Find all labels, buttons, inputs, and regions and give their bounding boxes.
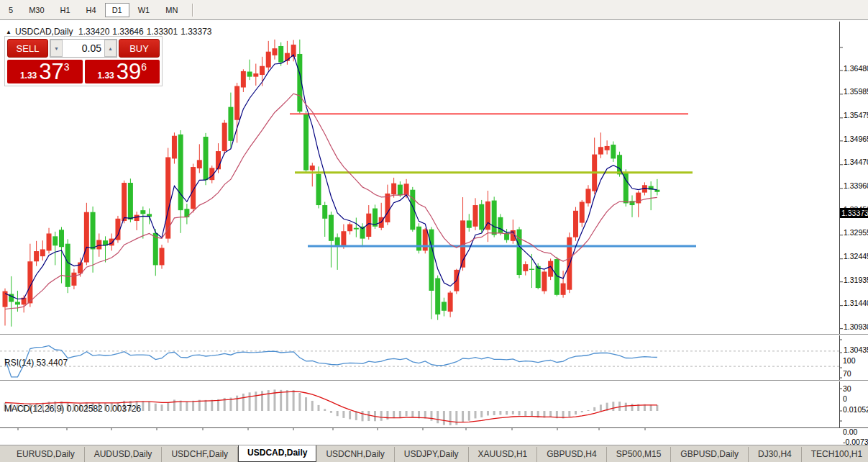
indicator-axis-label: 0.00 <box>843 427 857 436</box>
price-axis-label: 1.36480 <box>844 64 868 73</box>
price-axis-label: 1.33960 <box>844 181 868 190</box>
indicator-axis-label: 0 <box>843 394 847 403</box>
price-axis-label: 1.32955 <box>844 228 868 237</box>
sell-price-prefix: 1.33 <box>20 71 37 81</box>
symbol-tabbar: EURUSD,DailyAUDUSD,DailyUSDCHF,DailyUSDC… <box>0 445 868 462</box>
chart-tab-gbpusd[interactable]: GBPUSD,H4 <box>537 447 606 462</box>
ohlc-high: 1.33646 <box>112 27 143 37</box>
chart-tab-dj30[interactable]: DJ30,H4 <box>749 447 802 462</box>
sell-button[interactable]: SELL <box>7 39 48 58</box>
volume-decrease-button[interactable]: ▼ <box>50 40 63 57</box>
ohlc-low: 1.33301 <box>147 27 178 37</box>
buy-price-display[interactable]: 1.33 39 6 <box>85 60 160 83</box>
indicator-axis-label: 70 <box>843 369 851 378</box>
price-axis-label: 1.33450 <box>844 205 868 214</box>
price-axis-label: 1.35475 <box>844 111 868 119</box>
volume-increase-button[interactable]: ▲ <box>104 40 117 57</box>
chart-region: ▲USDCAD,Daily 1.334201.336461.333011.333… <box>0 21 868 445</box>
macd-label: MACD(12,26,9) 0.002582 0.003726 <box>4 404 141 414</box>
chart-tab-usdchf[interactable]: USDCHF,Daily <box>162 447 238 462</box>
chart-tab-tech100[interactable]: TECH100,H1 <box>802 447 868 462</box>
sell-price-sup: 3 <box>64 61 70 73</box>
timeframe-button-d1[interactable]: D1 <box>105 3 129 17</box>
buy-price-big: 39 <box>117 60 141 83</box>
volume-input[interactable] <box>63 40 104 57</box>
indicator-axis-label: 100 <box>843 356 856 365</box>
chart-tab-sp500[interactable]: SP500,M15 <box>607 447 672 462</box>
chart-tab-usdcnh[interactable]: USDCNH,Daily <box>316 447 394 462</box>
one-click-trade-panel: SELL ▼ ▲ BUY 1.33 37 3 1.33 39 6 <box>4 36 163 86</box>
price-axis-label: 1.30435 <box>844 345 868 354</box>
chart-tab-gbpusd[interactable]: GBPUSD,Daily <box>671 447 749 462</box>
price-axis-label: 1.34965 <box>844 135 868 143</box>
sell-price-display[interactable]: 1.33 37 3 <box>7 60 83 83</box>
timeframe-button-mn[interactable]: MN <box>158 3 185 17</box>
price-axis-label: 1.31935 <box>844 276 868 284</box>
price-axis-label: 1.31440 <box>844 299 868 307</box>
chart-tab-eurusd[interactable]: EURUSD,Daily <box>7 447 85 462</box>
chart-tab-xauusd[interactable]: XAUUSD,H1 <box>469 447 538 462</box>
trading-platform-window: 5M30H1H4D1W1MN ▲USDCAD,Daily 1.334201.33… <box>0 0 868 462</box>
timeframe-button-h1[interactable]: H1 <box>53 3 78 17</box>
rsi-label: RSI(14) 53.4407 <box>4 358 68 368</box>
price-axis-label: 1.32445 <box>844 252 868 261</box>
toolbar-separator <box>192 4 193 17</box>
buy-price-prefix: 1.33 <box>97 71 114 81</box>
timeframe-button-m30[interactable]: M30 <box>22 3 51 17</box>
indicator-axis-label: 30 <box>843 384 851 393</box>
chart-tab-usdjpy[interactable]: USDJPY,Daily <box>395 447 469 462</box>
chart-title: ▲USDCAD,Daily 1.334201.336461.333011.333… <box>6 27 215 37</box>
chart-tab-usdcad[interactable]: USDCAD,Daily <box>238 445 316 462</box>
up-triangle-icon: ▲ <box>6 29 12 35</box>
timeframe-button-h4[interactable]: H4 <box>79 3 104 17</box>
chart-symbol-label: USDCAD,Daily <box>15 27 73 37</box>
ohlc-open: 1.33420 <box>78 27 109 37</box>
timeframe-button-w1[interactable]: W1 <box>131 3 157 17</box>
chart-tab-audusd[interactable]: AUDUSD,Daily <box>85 447 163 462</box>
buy-button[interactable]: BUY <box>119 39 160 58</box>
price-axis-label: 1.30930 <box>844 322 868 331</box>
ohlc-close: 1.33373 <box>181 27 211 37</box>
buy-price-sup: 6 <box>141 61 147 73</box>
sell-price-big: 37 <box>39 60 63 83</box>
volume-spinner: ▼ ▲ <box>50 39 117 58</box>
price-axis-label: 1.34470 <box>844 158 868 166</box>
indicator-axis-label: 0.010525 <box>843 405 868 414</box>
timeframe-button-5[interactable]: 5 <box>1 3 20 17</box>
price-axis-label: 1.35985 <box>844 87 868 96</box>
timeframe-toolbar: 5M30H1H4D1W1MN <box>0 0 868 20</box>
